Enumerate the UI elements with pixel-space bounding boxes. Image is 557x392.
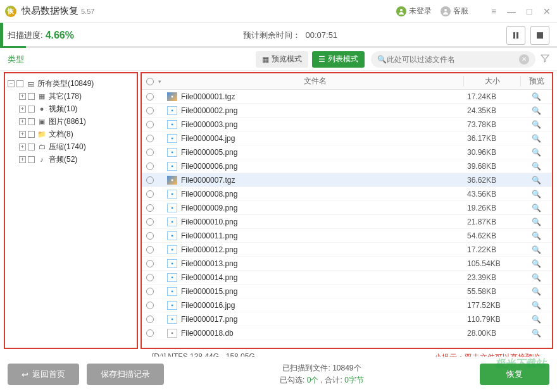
checkbox[interactable] bbox=[28, 106, 35, 113]
expand-icon[interactable]: + bbox=[19, 106, 26, 113]
checkbox[interactable] bbox=[28, 156, 35, 163]
table-row[interactable]: ▪File0000016.jpg177.52KB🔍 bbox=[142, 298, 552, 312]
table-row[interactable]: ▪File0000010.png21.87KB🔍 bbox=[142, 215, 552, 229]
preview-button[interactable]: 🔍 bbox=[520, 190, 552, 199]
filter-icon[interactable] bbox=[541, 54, 549, 65]
checkbox[interactable] bbox=[28, 93, 35, 100]
preview-button[interactable]: 🔍 bbox=[520, 315, 552, 324]
preview-button[interactable]: 🔍 bbox=[520, 176, 552, 185]
preview-button[interactable]: 🔍 bbox=[520, 301, 552, 310]
preview-button[interactable]: 🔍 bbox=[520, 204, 552, 212]
table-row[interactable]: ▪File0000003.png73.78KB🔍 bbox=[142, 118, 552, 132]
clear-search-icon[interactable]: ✕ bbox=[519, 54, 529, 64]
grid-icon: ▦ bbox=[262, 55, 269, 64]
checkbox[interactable] bbox=[16, 80, 23, 87]
search-input[interactable] bbox=[387, 55, 515, 64]
expand-icon[interactable]: + bbox=[19, 118, 26, 125]
preview-button[interactable]: 🔍 bbox=[520, 134, 552, 143]
row-checkbox[interactable] bbox=[146, 204, 154, 212]
row-checkbox[interactable] bbox=[146, 302, 154, 309]
header-dropdown-icon[interactable]: ▾ bbox=[158, 78, 167, 85]
table-row[interactable]: ▪File0000004.jpg36.17KB🔍 bbox=[142, 132, 552, 145]
support-button[interactable]: 客服 bbox=[441, 6, 468, 16]
row-checkbox[interactable] bbox=[146, 260, 154, 267]
tree-item[interactable]: +▦其它(178) bbox=[8, 90, 134, 102]
checkbox[interactable] bbox=[28, 144, 35, 150]
row-checkbox[interactable] bbox=[146, 232, 154, 240]
table-row[interactable]: ▪File0000018.db28.00KB🔍 bbox=[142, 326, 552, 340]
row-checkbox[interactable] bbox=[146, 274, 154, 281]
preview-button[interactable]: 🔍 bbox=[520, 162, 552, 171]
table-row[interactable]: ▪File0000017.png110.79KB🔍 bbox=[142, 312, 552, 326]
row-checkbox[interactable] bbox=[146, 329, 154, 337]
login-button[interactable]: 未登录 bbox=[396, 6, 432, 16]
tree-item[interactable]: +▣图片(8861) bbox=[8, 115, 134, 128]
table-row[interactable]: ▪File0000006.png39.68KB🔍 bbox=[142, 159, 552, 173]
expand-icon[interactable]: + bbox=[19, 156, 26, 163]
preview-button[interactable]: 🔍 bbox=[520, 217, 552, 226]
preview-button[interactable]: 🔍 bbox=[520, 92, 552, 101]
preview-button[interactable]: 🔍 bbox=[520, 106, 552, 115]
table-row[interactable]: ▪File0000008.png43.56KB🔍 bbox=[142, 187, 552, 201]
tree-item[interactable]: +📁文档(8) bbox=[8, 128, 134, 140]
stop-button[interactable] bbox=[530, 26, 549, 45]
table-row[interactable]: ▪File0000002.png24.35KB🔍 bbox=[142, 104, 552, 118]
preview-button[interactable]: 🔍 bbox=[520, 287, 552, 296]
row-checkbox[interactable] bbox=[146, 107, 154, 114]
select-all-checkbox[interactable] bbox=[146, 78, 154, 85]
table-row[interactable]: ▪File0000013.png105.54KB🔍 bbox=[142, 257, 552, 271]
tree-item[interactable]: +●视频(10) bbox=[8, 102, 134, 115]
type-tab[interactable]: 类型 bbox=[8, 54, 24, 65]
preview-button[interactable]: 🔍 bbox=[520, 245, 552, 254]
maximize-icon[interactable]: □ bbox=[524, 7, 534, 16]
checkbox[interactable] bbox=[28, 131, 35, 138]
row-checkbox[interactable] bbox=[146, 190, 154, 198]
pause-button[interactable] bbox=[506, 26, 525, 45]
col-name[interactable]: 文件名 bbox=[167, 76, 463, 87]
row-checkbox[interactable] bbox=[146, 121, 154, 128]
recover-button[interactable]: 恢复 bbox=[480, 364, 549, 385]
search-box[interactable]: 🔍 ✕ bbox=[371, 51, 535, 68]
row-checkbox[interactable] bbox=[146, 176, 154, 184]
preview-button[interactable]: 🔍 bbox=[520, 231, 552, 240]
preview-button[interactable]: 🔍 bbox=[520, 148, 552, 157]
row-checkbox[interactable] bbox=[146, 135, 154, 142]
row-checkbox[interactable] bbox=[146, 218, 154, 226]
col-preview[interactable]: 预览 bbox=[520, 76, 552, 87]
close-icon[interactable]: ✕ bbox=[542, 7, 552, 16]
preview-button[interactable]: 🔍 bbox=[520, 329, 552, 338]
row-checkbox[interactable] bbox=[146, 162, 154, 170]
preview-button[interactable]: 🔍 bbox=[520, 120, 552, 129]
tree-root[interactable]: − 🖴 所有类型(10849) bbox=[8, 77, 134, 90]
table-row[interactable]: ▪File0000007.tgz36.62KB🔍 bbox=[142, 173, 552, 187]
checked-count: 0个 bbox=[307, 376, 319, 384]
preview-button[interactable]: 🔍 bbox=[520, 273, 552, 282]
preview-button[interactable]: 🔍 bbox=[520, 259, 552, 268]
list-mode-tab[interactable]: ☰ 列表模式 bbox=[312, 51, 365, 68]
row-checkbox[interactable] bbox=[146, 315, 154, 323]
row-checkbox[interactable] bbox=[146, 246, 154, 254]
table-row[interactable]: ▪File0000015.png55.58KB🔍 bbox=[142, 285, 552, 298]
save-scan-button[interactable]: 保存扫描记录 bbox=[87, 364, 164, 385]
tree-item[interactable]: +🗀压缩(1740) bbox=[8, 140, 134, 153]
preview-mode-tab[interactable]: ▦ 预览模式 bbox=[256, 51, 308, 68]
col-size[interactable]: 大小 bbox=[463, 76, 520, 87]
checkbox[interactable] bbox=[28, 118, 35, 125]
expand-icon[interactable]: + bbox=[19, 144, 26, 150]
table-row[interactable]: ▪File0000009.png19.26KB🔍 bbox=[142, 201, 552, 215]
expand-icon[interactable]: + bbox=[19, 93, 26, 100]
table-row[interactable]: ▪File0000005.png30.96KB🔍 bbox=[142, 145, 552, 159]
table-row[interactable]: ▪File0000011.png54.62KB🔍 bbox=[142, 229, 552, 243]
minimize-icon[interactable]: — bbox=[506, 7, 516, 16]
row-checkbox[interactable] bbox=[146, 93, 154, 101]
table-row[interactable]: ▪File0000001.tgz17.24KB🔍 bbox=[142, 90, 552, 104]
table-row[interactable]: ▪File0000012.png17.22KB🔍 bbox=[142, 243, 552, 257]
back-button[interactable]: ↩ 返回首页 bbox=[8, 364, 79, 385]
table-row[interactable]: ▪File0000014.png23.39KB🔍 bbox=[142, 271, 552, 285]
row-checkbox[interactable] bbox=[146, 288, 154, 295]
row-checkbox[interactable] bbox=[146, 149, 154, 156]
menu-icon[interactable]: ≡ bbox=[489, 7, 499, 16]
expand-icon[interactable]: + bbox=[19, 131, 26, 138]
tree-item[interactable]: +♪音频(52) bbox=[8, 153, 134, 166]
collapse-icon[interactable]: − bbox=[8, 80, 15, 87]
